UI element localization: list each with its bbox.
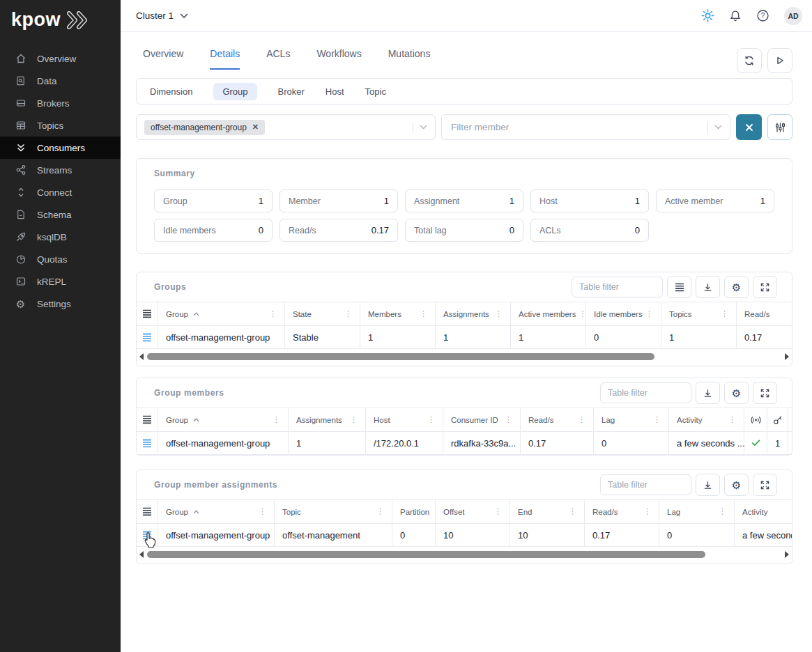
assignments-download-button[interactable] — [696, 474, 720, 496]
members-settings-button[interactable]: ⚙ — [724, 382, 749, 404]
sidebar-item-connect[interactable]: Connect — [0, 181, 121, 203]
row-menu-header-icon[interactable] — [137, 500, 158, 523]
column-header-group[interactable]: Group⋮ — [158, 500, 275, 523]
avatar[interactable]: AD — [784, 7, 802, 25]
sidebar-item-settings[interactable]: ⚙ Settings — [0, 293, 121, 315]
cluster-selector[interactable]: Cluster 1 — [136, 10, 188, 21]
sidebar-item-krepl[interactable]: kREPL — [0, 270, 121, 293]
theme-sun-icon[interactable] — [701, 9, 714, 22]
column-header-reads[interactable]: Read/s — [737, 302, 792, 325]
member-filter-input[interactable] — [450, 121, 707, 133]
scroll-right-arrow[interactable] — [785, 353, 789, 360]
members-table-row[interactable]: offset-management-group 1 /172.20.0.1 rd… — [137, 432, 792, 455]
row-menu-icon[interactable] — [137, 432, 158, 454]
sidebar-item-consumers[interactable]: Consumers — [0, 137, 121, 159]
column-header-state[interactable]: State⋮ — [285, 302, 360, 325]
column-header-consumer-id[interactable]: Consumer ID⋮ — [443, 408, 521, 431]
chevron-down-icon[interactable] — [714, 125, 722, 130]
clear-filters-button[interactable] — [736, 114, 762, 140]
column-header-group[interactable]: Group⋮ — [158, 408, 289, 431]
column-header-activity[interactable]: Activity⋮ — [669, 408, 744, 431]
kebab-icon[interactable]: ⋮ — [491, 507, 502, 516]
row-menu-icon[interactable] — [137, 524, 158, 546]
bell-icon[interactable] — [729, 10, 742, 22]
kebab-icon[interactable]: ⋮ — [424, 415, 435, 424]
column-header-reads[interactable]: Read/s⋮ — [585, 500, 659, 523]
sidebar-item-ksqldb[interactable]: ksqlDB — [0, 226, 121, 248]
kebab-icon[interactable]: ⋮ — [492, 309, 503, 318]
sidebar-item-schema[interactable]: Schema — [0, 203, 121, 226]
subtab-topic[interactable]: Topic — [365, 83, 386, 100]
chevron-down-icon[interactable] — [420, 125, 427, 130]
kebab-icon[interactable]: ⋮ — [502, 415, 512, 424]
sidebar-item-brokers[interactable]: Brokers — [0, 92, 121, 114]
kebab-icon[interactable]: ⋮ — [650, 415, 661, 424]
assignments-settings-button[interactable]: ⚙ — [724, 474, 749, 496]
column-header-signal[interactable] — [744, 408, 767, 431]
column-header-group[interactable]: Group⋮ — [158, 302, 285, 325]
filter-settings-button[interactable] — [767, 114, 792, 140]
groups-table-row[interactable]: offset-management-group Stable 1 1 1 0 1… — [137, 326, 792, 349]
kebab-icon[interactable]: ⋮ — [256, 507, 266, 516]
kebab-icon[interactable]: ⋮ — [718, 309, 728, 318]
kebab-icon[interactable]: ⋮ — [716, 507, 726, 516]
group-filter-select[interactable]: offset-management-group ✕ — [136, 114, 436, 140]
scroll-left-arrow[interactable] — [139, 551, 144, 558]
subtab-dimension[interactable]: Dimension — [150, 83, 192, 100]
kebab-icon[interactable]: ⋮ — [643, 309, 653, 318]
kebab-icon[interactable]: ⋮ — [576, 309, 586, 318]
subtab-host[interactable]: Host — [325, 83, 344, 100]
groups-download-button[interactable] — [696, 276, 720, 298]
tab-mutations[interactable]: Mutations — [388, 48, 431, 70]
kebab-icon[interactable]: ⋮ — [726, 415, 736, 424]
column-header-reads[interactable]: Read/s⋮ — [521, 408, 594, 431]
tab-workflows[interactable]: Workflows — [316, 48, 361, 70]
column-header-activity[interactable]: Activity — [735, 500, 792, 523]
column-header-topic[interactable]: Topic⋮ — [275, 500, 392, 523]
sidebar-item-streams[interactable]: Streams — [0, 159, 121, 181]
row-menu-header-icon[interactable] — [137, 408, 158, 431]
column-header-offset[interactable]: Offset⋮ — [436, 500, 510, 523]
column-header-assignments[interactable]: Assignments⋮ — [436, 302, 511, 325]
kebab-icon[interactable]: ⋮ — [266, 309, 277, 318]
assignments-expand-button[interactable] — [753, 474, 777, 496]
column-header-active-members[interactable]: Active members⋮ — [511, 302, 586, 325]
column-header-lag[interactable]: Lag⋮ — [594, 408, 669, 431]
scroll-right-arrow[interactable] — [785, 551, 789, 558]
tab-overview[interactable]: Overview — [143, 48, 183, 70]
members-download-button[interactable] — [696, 382, 720, 404]
kebab-icon[interactable]: ⋮ — [374, 507, 384, 516]
groups-settings-button[interactable]: ⚙ — [724, 276, 749, 298]
tab-acls[interactable]: ACLs — [266, 48, 290, 70]
groups-table-filter-input[interactable] — [572, 277, 663, 297]
group-filter-chip[interactable]: offset-management-group ✕ — [144, 120, 265, 135]
kebab-icon[interactable]: ⋮ — [342, 309, 352, 318]
kebab-icon[interactable]: ⋮ — [270, 415, 280, 424]
column-header-end[interactable]: End⋮ — [510, 500, 585, 523]
kebab-icon[interactable]: ⋮ — [641, 507, 651, 516]
tab-details[interactable]: Details — [210, 48, 240, 70]
column-header-topics[interactable]: Topics⋮ — [661, 302, 737, 325]
column-header-host[interactable]: Host⋮ — [366, 408, 443, 431]
assignments-table-filter-input[interactable] — [600, 474, 691, 495]
sidebar-item-topics[interactable]: Topics — [0, 114, 121, 137]
refresh-button[interactable] — [737, 48, 762, 73]
column-header-lag[interactable]: Lag⋮ — [659, 500, 735, 523]
kebab-icon[interactable]: ⋮ — [566, 507, 576, 516]
sidebar-item-quotas[interactable]: Quotas — [0, 248, 121, 270]
kebab-icon[interactable]: ⋮ — [575, 415, 585, 424]
column-header-assignments[interactable]: Assignments⋮ — [289, 408, 366, 431]
row-menu-header-icon[interactable] — [137, 302, 158, 325]
scroll-track[interactable] — [147, 353, 781, 360]
kebab-icon[interactable]: ⋮ — [417, 309, 427, 318]
groups-expand-button[interactable] — [753, 276, 777, 298]
play-button[interactable] — [767, 48, 792, 73]
kebab-icon[interactable]: ⋮ — [347, 415, 358, 424]
sidebar-item-data[interactable]: Data — [0, 70, 121, 92]
groups-columns-button[interactable] — [667, 276, 691, 298]
scroll-thumb[interactable] — [147, 551, 705, 558]
sidebar-item-overview[interactable]: Overview — [0, 47, 121, 70]
members-table-filter-input[interactable] — [600, 382, 691, 403]
column-header-idle-members[interactable]: Idle members⋮ — [586, 302, 661, 325]
row-menu-icon[interactable] — [137, 326, 158, 348]
